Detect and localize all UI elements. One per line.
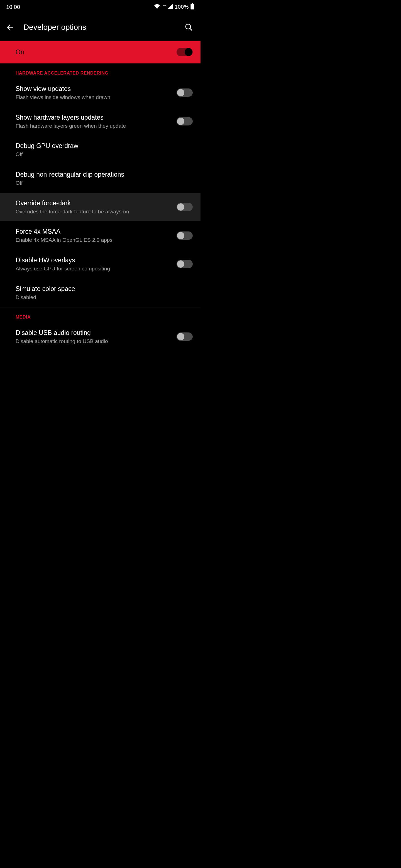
switch-knob xyxy=(177,232,184,239)
row-title: Disable USB audio routing xyxy=(16,329,171,337)
row-subtitle: Off xyxy=(16,151,193,158)
row-text: Show view updates Flash views inside win… xyxy=(16,85,171,101)
search-button[interactable] xyxy=(183,22,194,33)
row-text: Debug non-rectangular clip operations Of… xyxy=(16,170,193,187)
switch-knob xyxy=(177,204,184,211)
switch-knob xyxy=(177,89,184,96)
row-subtitle: Off xyxy=(16,180,193,187)
developer-options-master-toggle[interactable]: On xyxy=(0,41,200,63)
row-title: Show view updates xyxy=(16,85,171,93)
row-text: Simulate color space Disabled xyxy=(16,285,193,301)
row-text: Disable USB audio routing Disable automa… xyxy=(16,329,171,345)
row-title: Override force-dark xyxy=(16,199,171,208)
row-force-4x-msaa[interactable]: Force 4x MSAA Enable 4x MSAA in OpenGL E… xyxy=(0,221,200,250)
toggle-override-force-dark[interactable] xyxy=(176,203,193,211)
wifi-icon xyxy=(154,4,160,10)
toggle-show-hw-layers-updates[interactable] xyxy=(176,117,193,125)
toggle-force-4x-msaa[interactable] xyxy=(176,231,193,240)
back-button[interactable] xyxy=(5,22,16,33)
search-icon xyxy=(184,23,193,31)
battery-percentage: 100% xyxy=(175,4,189,10)
row-subtitle: Flash views inside windows when drawn xyxy=(16,94,171,101)
switch-knob xyxy=(177,333,184,340)
row-title: Debug GPU overdraw xyxy=(16,142,193,150)
svg-point-2 xyxy=(186,24,191,29)
battery-icon xyxy=(191,3,194,11)
row-override-force-dark[interactable]: Override force-dark Overrides the force-… xyxy=(0,193,200,221)
row-text: Disable HW overlays Always use GPU for s… xyxy=(16,256,171,272)
row-title: Force 4x MSAA xyxy=(16,227,171,236)
lte-label: LTE xyxy=(162,4,166,7)
row-text: Override force-dark Overrides the force-… xyxy=(16,199,171,215)
row-debug-clip-ops[interactable]: Debug non-rectangular clip operations Of… xyxy=(0,164,200,193)
app-bar: Developer options xyxy=(0,14,200,41)
row-title: Show hardware layers updates xyxy=(16,113,171,122)
cell-signal-icon xyxy=(167,4,173,10)
row-text: Show hardware layers updates Flash hardw… xyxy=(16,113,171,130)
row-subtitle: Always use GPU for screen compositing xyxy=(16,265,171,272)
svg-rect-0 xyxy=(191,4,194,9)
page-title: Developer options xyxy=(23,23,175,32)
toggle-disable-hw-overlays[interactable] xyxy=(176,260,193,268)
status-bar: 10:00 LTE 100% xyxy=(0,0,200,14)
clock-text: 10:00 xyxy=(6,4,20,10)
row-text: Debug GPU overdraw Off xyxy=(16,142,193,158)
toggle-show-view-updates[interactable] xyxy=(176,89,193,97)
svg-rect-1 xyxy=(192,3,193,4)
row-show-hw-layers-updates[interactable]: Show hardware layers updates Flash hardw… xyxy=(0,107,200,136)
row-debug-gpu-overdraw[interactable]: Debug GPU overdraw Off xyxy=(0,135,200,164)
row-subtitle: Disable automatic routing to USB audio xyxy=(16,338,171,345)
arrow-left-icon xyxy=(6,23,15,31)
row-title: Simulate color space xyxy=(16,285,193,293)
row-disable-usb-audio-routing[interactable]: Disable USB audio routing Disable automa… xyxy=(0,322,200,351)
toggle-disable-usb-audio-routing[interactable] xyxy=(176,333,193,341)
row-show-view-updates[interactable]: Show view updates Flash views inside win… xyxy=(0,79,200,107)
row-subtitle: Disabled xyxy=(16,294,193,301)
master-toggle-label: On xyxy=(16,49,176,56)
section-header-media: MEDIA xyxy=(0,307,200,322)
row-text: Force 4x MSAA Enable 4x MSAA in OpenGL E… xyxy=(16,227,171,244)
master-switch[interactable] xyxy=(176,48,193,56)
row-title: Debug non-rectangular clip operations xyxy=(16,170,193,179)
row-disable-hw-overlays[interactable]: Disable HW overlays Always use GPU for s… xyxy=(0,250,200,278)
row-subtitle: Enable 4x MSAA in OpenGL ES 2.0 apps xyxy=(16,237,171,244)
section-header-hardware-rendering: HARDWARE ACCELERATED RENDERING xyxy=(0,63,200,79)
switch-knob xyxy=(184,48,193,56)
switch-knob xyxy=(177,260,184,268)
status-indicators: LTE 100% xyxy=(154,3,194,11)
row-subtitle: Overrides the force-dark feature to be a… xyxy=(16,208,171,215)
switch-knob xyxy=(177,118,184,125)
row-simulate-color-space[interactable]: Simulate color space Disabled xyxy=(0,278,200,307)
status-time: 10:00 xyxy=(6,4,20,10)
row-subtitle: Flash hardware layers green when they up… xyxy=(16,122,171,130)
row-title: Disable HW overlays xyxy=(16,256,171,265)
